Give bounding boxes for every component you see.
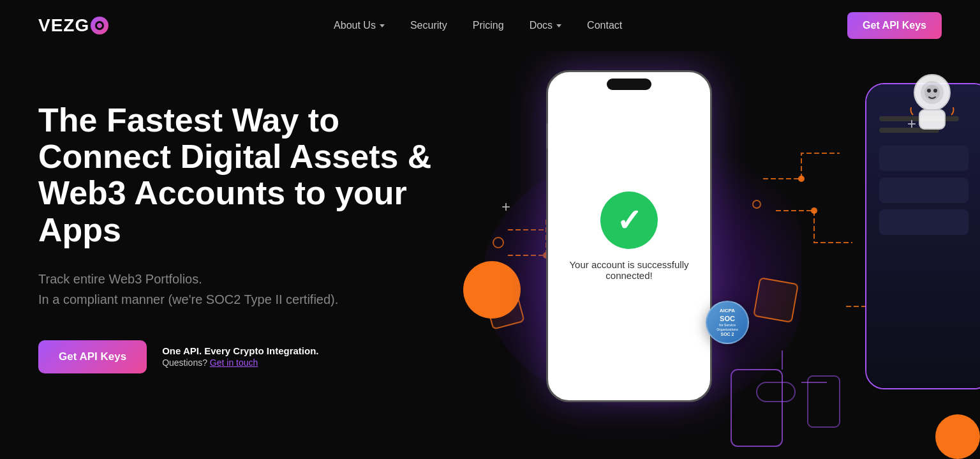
astronaut-decoration <box>903 70 961 134</box>
plus-decoration-1: + <box>501 198 510 216</box>
svg-point-16 <box>933 89 937 93</box>
nav-item-about[interactable]: About Us <box>334 20 385 31</box>
svg-point-15 <box>927 89 931 93</box>
soc-badge: AICPA SOC for Service Organizations SOC … <box>706 301 749 344</box>
nav-link-pricing[interactable]: Pricing <box>473 20 504 31</box>
cta-tagline-bold: One API. Every Crypto Integration. <box>162 345 318 356</box>
hero-cta: Get API Keys One API. Every Crypto Integ… <box>38 340 459 373</box>
svg-point-3 <box>798 176 805 182</box>
orange-circle-bottom-right <box>935 414 980 459</box>
svg-rect-17 <box>919 110 945 129</box>
svg-rect-19 <box>757 382 795 402</box>
logo[interactable]: VEZG <box>38 15 108 36</box>
soc-badge-line4: SOC 2 <box>720 331 734 337</box>
hero-illustration: Your account is successfully connected! … <box>431 51 980 459</box>
nav-link-security[interactable]: Security <box>410 20 447 31</box>
logo-icon <box>91 17 108 34</box>
phone-content: Your account is successfully connected! <box>548 179 710 294</box>
hero-section: The Fastest Way to Connect Digital Asset… <box>0 51 980 459</box>
phone-mockup-main: Your account is successfully connected! <box>546 70 712 402</box>
nav-links: About Us Security Pricing Docs Contact <box>334 20 622 31</box>
navbar: VEZG About Us Security Pricing Docs <box>0 0 980 51</box>
connected-text: Your account is successfully connected! <box>561 259 697 281</box>
soc-badge-line3: for Service Organizations <box>707 323 748 331</box>
cta-tagline-normal: Questions? <box>162 357 207 368</box>
nav-item-contact[interactable]: Contact <box>587 20 622 31</box>
nav-item-docs[interactable]: Docs <box>530 20 561 31</box>
chevron-down-icon <box>556 24 561 27</box>
hero-title: The Fastest Way to Connect Digital Asset… <box>38 102 459 248</box>
nav-link-about[interactable]: About Us <box>334 20 385 31</box>
get-api-keys-nav-button[interactable]: Get API Keys <box>847 12 942 39</box>
soc-badge-line1: AICPA <box>720 308 735 314</box>
cta-text-block: One API. Every Crypto Integration. Quest… <box>162 345 318 368</box>
svg-rect-18 <box>731 370 782 446</box>
svg-point-4 <box>811 207 817 214</box>
phone-notch <box>607 79 651 90</box>
nav-link-contact[interactable]: Contact <box>587 20 622 31</box>
soc-badge-line2: SOC <box>720 314 735 323</box>
nav-link-docs[interactable]: Docs <box>530 20 561 31</box>
hero-left: The Fastest Way to Connect Digital Asset… <box>38 89 459 373</box>
hero-subtitle: Track entire Web3 Portfolios. In a compl… <box>38 269 357 310</box>
nav-item-security[interactable]: Security <box>410 20 447 31</box>
get-api-keys-hero-button[interactable]: Get API Keys <box>38 340 147 373</box>
svg-rect-22 <box>808 376 840 427</box>
cta-tagline-link[interactable]: Get in touch <box>210 357 258 368</box>
orange-circle-decoration <box>463 261 521 319</box>
nav-item-pricing[interactable]: Pricing <box>473 20 504 31</box>
chevron-down-icon <box>380 24 385 27</box>
logo-text: VEZG <box>38 15 89 36</box>
purple-outline-shapes <box>725 331 852 459</box>
phone-border-left <box>546 123 548 149</box>
success-check-icon <box>600 192 658 249</box>
